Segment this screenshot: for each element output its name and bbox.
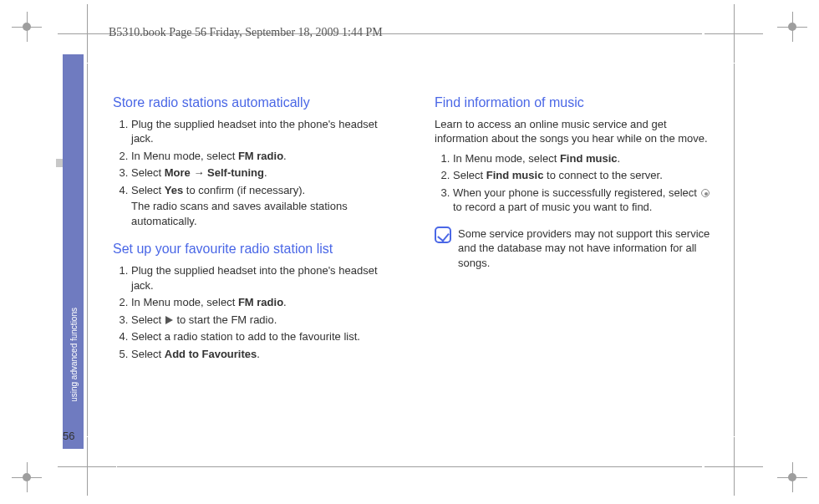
ordered-list: Plug the supplied headset into the phone…: [113, 117, 389, 229]
page: B5310.book Page 56 Friday, September 18,…: [0, 0, 819, 504]
right-column: Find information of music Learn to acces…: [435, 94, 710, 271]
list-item: Select Yes to confirm (if necessary).The…: [131, 183, 389, 229]
section-heading: Set up your favourite radio station list: [113, 240, 389, 258]
page-number: 56: [63, 430, 74, 442]
list-item: Select Find music to connect to the serv…: [453, 168, 710, 183]
list-item: In Menu mode, select FM radio.: [131, 295, 389, 310]
note-icon: [435, 227, 451, 243]
crop-bar-icon: [734, 64, 735, 436]
list-item: Select a radio station to add to the fav…: [131, 329, 389, 344]
list-item: In Menu mode, select Find music.: [453, 151, 710, 166]
list-item: Select to start the FM radio.: [131, 313, 389, 328]
section-heading: Store radio stations automatically: [113, 94, 389, 112]
section-heading: Find information of music: [435, 94, 710, 112]
list-item: Plug the supplied headset into the phone…: [131, 117, 389, 146]
tab-marker: [56, 159, 63, 167]
list-item: Select More → Self-tuning.: [131, 165, 389, 181]
note-text: Some service providers may not support t…: [458, 227, 710, 271]
note-block: Some service providers may not support t…: [435, 227, 710, 271]
crop-bar-icon: [117, 466, 702, 467]
ordered-list: Plug the supplied headset into the phone…: [113, 263, 389, 361]
crop-mark-icon: [12, 12, 42, 42]
list-item: Plug the supplied headset into the phone…: [131, 263, 389, 293]
list-item: In Menu mode, select FM radio.: [131, 149, 389, 164]
list-item: When your phone is successfully register…: [453, 186, 710, 215]
chapter-tab: using advanced functions: [63, 54, 84, 449]
play-icon: [165, 316, 173, 324]
chapter-tab-label: using advanced functions: [69, 308, 78, 402]
crop-bar-icon: [87, 64, 88, 436]
left-column: Store radio stations automatically Plug …: [113, 94, 389, 373]
page-slug: B5310.book Page 56 Friday, September 18,…: [109, 26, 383, 39]
crop-mark-icon: [777, 12, 807, 42]
list-item: Select Add to Favourites.: [131, 347, 389, 362]
crop-mark-icon: [12, 462, 42, 492]
crop-mark-icon: [777, 462, 807, 492]
record-icon: [701, 189, 710, 197]
ordered-list: In Menu mode, select Find music. Select …: [435, 151, 710, 215]
section-intro: Learn to access an online music service …: [435, 117, 710, 146]
